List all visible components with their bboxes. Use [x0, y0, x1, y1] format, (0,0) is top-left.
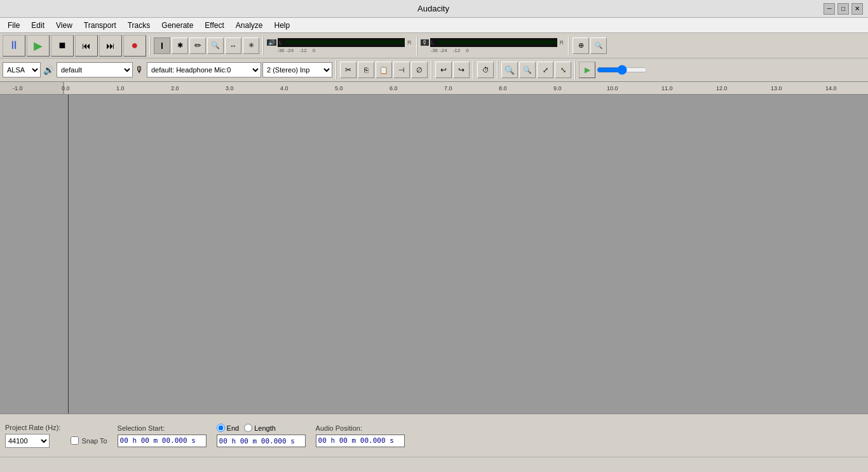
multi-tool-button[interactable]: ✳	[243, 37, 259, 54]
selection-start-section: Selection Start: 00 h 00 m 00.000 s	[118, 424, 207, 447]
ruler-mark-0: 0.0	[62, 85, 70, 91]
project-rate-label: Project Rate (Hz):	[5, 424, 60, 431]
copy-button[interactable]: ⎘	[358, 62, 374, 78]
end-radio-label[interactable]: End	[217, 424, 240, 432]
zoom-fit-project-button[interactable]: ⤡	[555, 62, 571, 78]
zoom-fit-button[interactable]: ⊕	[573, 37, 589, 54]
separator-8	[497, 60, 498, 79]
ruler-mark-7: 7.0	[444, 85, 452, 91]
channels-select[interactable]: 2 (Stereo) Inp	[262, 62, 332, 78]
selection-start-label: Selection Start:	[118, 424, 207, 432]
silence-button[interactable]: ∅	[411, 62, 428, 78]
menu-view[interactable]: View	[51, 20, 78, 31]
ruler-mark-1: 1.0	[116, 85, 125, 91]
recording-meter-display: L	[430, 38, 557, 47]
separator-2	[262, 36, 264, 55]
end-radio[interactable]	[217, 424, 225, 432]
menu-effect[interactable]: Effect	[200, 20, 229, 31]
minimize-button[interactable]: ─	[824, 3, 835, 15]
skip-start-button[interactable]: ⏮	[75, 35, 98, 57]
separator-7	[473, 60, 474, 79]
menu-generate[interactable]: Generate	[156, 20, 198, 31]
trim-button[interactable]: ⊣	[393, 62, 410, 78]
timeline-ruler: -1.0 0.0 1.0 2.0 3.0 4.0 5.0 6.0 7.0 8.0…	[0, 82, 868, 95]
title-bar: Audacity ─ □ ✕	[0, 0, 868, 18]
menu-tracks[interactable]: Tracks	[123, 20, 156, 31]
app-title: Audacity	[43, 4, 824, 13]
zoom-fit-track-button[interactable]: ⤢	[537, 62, 553, 78]
snap-to-checkbox[interactable]	[71, 436, 79, 445]
cut-button[interactable]: ✂	[340, 62, 356, 78]
ruler-mark-neg1: -1.0	[13, 85, 23, 91]
record-button[interactable]: ●	[123, 35, 146, 57]
snap-to-section: Snap To	[71, 426, 107, 445]
window-controls[interactable]: ─ □ ✕	[824, 3, 863, 15]
track-area	[0, 95, 868, 414]
undo-button[interactable]: ↩	[435, 62, 452, 78]
separator-9	[574, 60, 576, 79]
playback-label: 🔊	[267, 39, 276, 46]
skip-end-button[interactable]: ⏭	[99, 35, 122, 57]
menu-bar: File Edit View Transport Tracks Generate…	[0, 18, 868, 33]
selection-start-input[interactable]: 00 h 00 m 00.000 s	[118, 435, 207, 447]
stop-button[interactable]: ■	[51, 35, 74, 57]
recording-meter[interactable]: 🎙 L R -36 -24 -12 0	[421, 38, 566, 53]
ruler-mark-11: 11.0	[661, 85, 673, 91]
ruler-mark-5: 5.0	[335, 85, 343, 91]
ruler-mark-3: 3.0	[226, 85, 234, 91]
ruler-mark-12: 12.0	[716, 85, 728, 91]
separator-4	[568, 36, 569, 55]
zoom-out-button[interactable]: 🔍	[519, 62, 536, 78]
separator-1	[149, 36, 151, 55]
maximize-button[interactable]: □	[837, 3, 849, 15]
project-rate-input[interactable]: 44100 22050 48000	[5, 434, 60, 448]
play-button[interactable]: ▶	[27, 35, 50, 57]
menu-edit[interactable]: Edit	[26, 20, 50, 31]
status-bar: Project Rate (Hz): 44100 22050 48000 Sna…	[0, 414, 868, 457]
paste-button[interactable]: 📋	[376, 62, 392, 78]
playback-meter[interactable]: 🔊 L R -36 -24 -12 0	[267, 38, 413, 53]
draw-tool-button[interactable]: ✏	[189, 37, 206, 54]
ruler-mark-8: 8.0	[499, 85, 507, 91]
pause-button[interactable]: ⏸	[3, 35, 25, 57]
zoom-normal-button[interactable]: 🔍	[590, 37, 607, 54]
ruler-mark-6: 6.0	[390, 85, 398, 91]
time-shift-tool-button[interactable]: ↔	[225, 37, 241, 54]
audio-position-input[interactable]: 00 h 00 m 00.000 s	[316, 435, 405, 447]
audio-position-label: Audio Position:	[316, 424, 405, 432]
envelope-tool-button[interactable]: ✱	[172, 37, 188, 54]
audio-position-section: Audio Position: 00 h 00 m 00.000 s	[316, 424, 405, 447]
toolbar-area: ⏸ ▶ ■ ⏮ ⏭ ● I ✱ ✏ 🔍 ↔ ✳ 🔊 L R -36	[0, 33, 868, 82]
close-button[interactable]: ✕	[851, 3, 863, 15]
redo-button[interactable]: ↪	[453, 62, 470, 78]
ruler-mark-10: 10.0	[607, 85, 618, 91]
menu-transport[interactable]: Transport	[79, 20, 121, 31]
input-device-icon: 🎙	[134, 65, 146, 75]
menu-help[interactable]: Help	[269, 20, 295, 31]
separator-6	[431, 60, 432, 79]
separator-5	[336, 60, 337, 79]
selection-tool-button[interactable]: I	[154, 37, 170, 54]
host-select[interactable]: ALSA	[3, 62, 41, 78]
toolbar-row-1: ⏸ ▶ ■ ⏮ ⏭ ● I ✱ ✏ 🔍 ↔ ✳ 🔊 L R -36	[0, 33, 868, 58]
end-time-input[interactable]: 00 h 00 m 00.000 s	[217, 435, 306, 447]
input-device-select[interactable]: default: Headphone Mic:0	[147, 62, 261, 78]
playhead	[68, 95, 69, 414]
ruler-mark-13: 13.0	[771, 85, 782, 91]
output-device-select[interactable]: default	[57, 62, 133, 78]
play-speed-slider[interactable]	[597, 64, 648, 76]
zoom-in-tool-button[interactable]: 🔍	[207, 37, 224, 54]
length-radio-label[interactable]: Length	[244, 424, 276, 432]
play-at-speed-button[interactable]: ▶	[579, 62, 595, 78]
project-rate-select[interactable]: 44100 22050 48000	[5, 434, 50, 448]
zoom-in-button[interactable]: 🔍	[501, 62, 518, 78]
end-length-section: End Length 00 h 00 m 00.000 s	[217, 424, 306, 447]
ruler-mark-4: 4.0	[280, 85, 288, 91]
menu-analyze[interactable]: Analyze	[231, 20, 268, 31]
length-radio[interactable]	[244, 424, 252, 432]
timer-button[interactable]: ⏱	[477, 62, 494, 78]
menu-file[interactable]: File	[3, 20, 25, 31]
playback-meter-display: L	[278, 38, 405, 47]
separator-3	[416, 36, 417, 55]
ruler-mark-9: 9.0	[553, 85, 562, 91]
